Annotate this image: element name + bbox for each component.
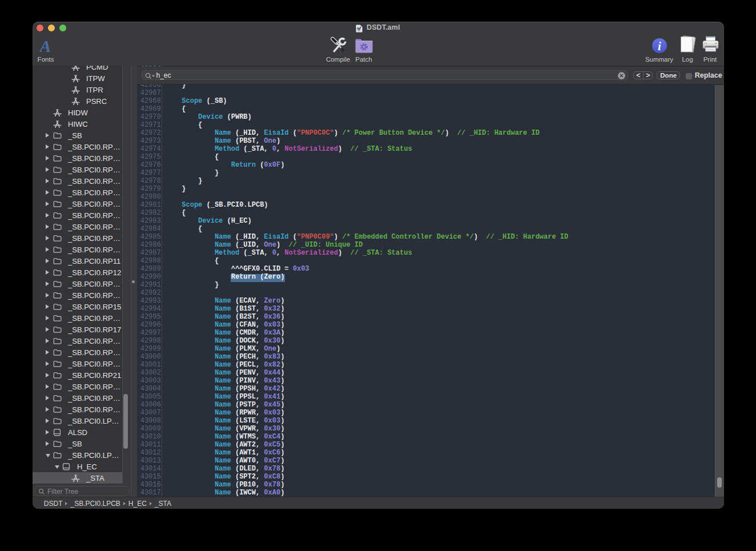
svg-text:i: i <box>658 39 661 53</box>
svg-text:A: A <box>39 39 51 54</box>
